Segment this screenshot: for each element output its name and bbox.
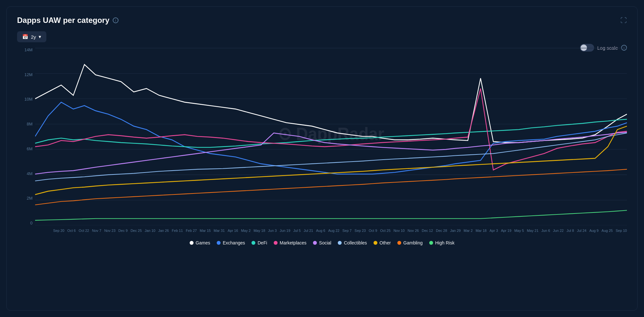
card-header: Dapps UAW per category i ⛶ xyxy=(17,16,627,25)
x-label: Apr 16 xyxy=(228,229,238,233)
games-label: Games xyxy=(196,240,210,245)
y-label-6m: 6M xyxy=(17,146,35,151)
legend-defi[interactable]: DeFi xyxy=(251,240,267,245)
y-label-14m: 14M xyxy=(17,47,35,52)
x-label: Nov 26 xyxy=(408,229,419,233)
x-label: Dec 28 xyxy=(436,229,447,233)
x-label: Dec 9 xyxy=(118,229,128,233)
social-label: Social xyxy=(319,240,331,245)
collectibles-label: Collectibles xyxy=(344,240,367,245)
x-label: Aug 9 xyxy=(589,229,599,233)
high-risk-label: High Risk xyxy=(435,240,455,245)
x-label: Sep 20 xyxy=(53,229,64,233)
y-label-12m: 12M xyxy=(17,72,35,77)
x-label: Sep 10 xyxy=(616,229,627,233)
x-label: Jul 24 xyxy=(577,229,586,233)
other-label: Other xyxy=(380,240,391,245)
legend-high-risk[interactable]: High Risk xyxy=(429,240,455,245)
x-label: Jan 26 xyxy=(158,229,169,233)
x-label: May 5 xyxy=(514,229,524,233)
exchanges-dot xyxy=(217,241,221,245)
x-label: May 18 xyxy=(253,229,265,233)
x-label: Jul 21 xyxy=(304,229,313,233)
y-label-4m: 4M xyxy=(17,171,35,176)
legend-social[interactable]: Social xyxy=(313,240,331,245)
x-label: Jan 29 xyxy=(450,229,461,233)
x-label: Nov 7 xyxy=(92,229,101,233)
legend-games[interactable]: Games xyxy=(190,240,210,245)
legend-marketplaces[interactable]: Marketplaces xyxy=(274,240,307,245)
x-label: Apr 19 xyxy=(501,229,511,233)
x-label: Jun 6 xyxy=(541,229,550,233)
x-label: Jun 3 xyxy=(268,229,277,233)
x-label: Feb 27 xyxy=(186,229,197,233)
x-label: Mar 18 xyxy=(476,229,487,233)
y-label-0: 0 xyxy=(17,221,35,225)
other-dot xyxy=(374,241,377,245)
games-dot xyxy=(190,241,194,245)
social-dot xyxy=(313,241,317,245)
gambling-dot xyxy=(397,241,401,245)
x-label: Nov 23 xyxy=(104,229,116,233)
controls: 📅 2y ▾ xyxy=(17,31,627,42)
legend-exchanges[interactable]: Exchanges xyxy=(217,240,245,245)
exchanges-label: Exchanges xyxy=(223,240,245,245)
y-axis-labels: 0 2M 4M 6M 8M 10M 12M 14M xyxy=(17,47,35,234)
x-label: Jun 22 xyxy=(553,229,564,233)
x-label: Mar 2 xyxy=(464,229,473,233)
x-label: Nov 10 xyxy=(393,229,405,233)
x-label: Aug 22 xyxy=(328,229,339,233)
legend-other[interactable]: Other xyxy=(374,240,391,245)
chart-svg: ⊙ DappRadar xyxy=(35,47,627,225)
x-label: Feb 11 xyxy=(172,229,183,233)
calendar-icon: 📅 xyxy=(22,34,28,40)
marketplaces-label: Marketplaces xyxy=(280,240,307,245)
main-card: Dapps UAW per category i ⛶ 📅 2y ▾ Log sc… xyxy=(6,6,638,311)
expand-icon[interactable]: ⛶ xyxy=(620,17,627,24)
x-label: Oct 6 xyxy=(67,229,76,233)
gambling-label: Gambling xyxy=(403,240,423,245)
defi-dot xyxy=(251,241,255,245)
x-label: Jan 10 xyxy=(145,229,155,233)
x-label: Mar 15 xyxy=(200,229,211,233)
y-label-2m: 2M xyxy=(17,196,35,201)
time-range-button[interactable]: 📅 2y ▾ xyxy=(17,31,46,42)
title-row: Dapps UAW per category i xyxy=(17,16,118,25)
x-label: Dec 12 xyxy=(422,229,433,233)
collectibles-dot xyxy=(338,241,342,245)
high-risk-dot xyxy=(429,241,433,245)
chart-inner: ⊙ DappRadar xyxy=(35,47,627,225)
defi-label: DeFi xyxy=(258,240,267,245)
time-range-label: 2y xyxy=(31,34,36,40)
chevron-down-icon: ▾ xyxy=(39,34,41,40)
y-label-8m: 8M xyxy=(17,122,35,126)
page-title: Dapps UAW per category xyxy=(17,16,109,25)
x-label: Oct 25 xyxy=(380,229,390,233)
x-label: Mar 31 xyxy=(214,229,225,233)
x-label: May 21 xyxy=(527,229,538,233)
info-icon[interactable]: i xyxy=(113,17,118,23)
x-axis-labels: Sep 20 Oct 6 Oct 22 Nov 7 Nov 23 Dec 9 D… xyxy=(53,229,627,233)
x-label: Aug 25 xyxy=(601,229,613,233)
svg-text:⊙ DappRadar: ⊙ DappRadar xyxy=(278,124,384,144)
x-label: Oct 9 xyxy=(369,229,377,233)
x-label: Jul 5 xyxy=(293,229,301,233)
marketplaces-dot xyxy=(274,241,278,245)
x-label: Oct 22 xyxy=(79,229,89,233)
x-label: May 2 xyxy=(241,229,251,233)
legend: Games Exchanges DeFi Marketplaces Social… xyxy=(17,240,627,245)
x-label: Sep 23 xyxy=(355,229,366,233)
chart-area: 0 2M 4M 6M 8M 10M 12M 14M ⊙ DappRadar xyxy=(17,47,627,234)
x-label: Dec 25 xyxy=(130,229,142,233)
x-label: Jul 8 xyxy=(566,229,574,233)
legend-collectibles[interactable]: Collectibles xyxy=(338,240,367,245)
y-label-10m: 10M xyxy=(17,97,35,102)
x-label: Sep 7 xyxy=(342,229,352,233)
x-label: Jun 19 xyxy=(280,229,290,233)
x-label: Aug 6 xyxy=(316,229,325,233)
legend-gambling[interactable]: Gambling xyxy=(397,240,423,245)
x-label: Apr 3 xyxy=(489,229,498,233)
